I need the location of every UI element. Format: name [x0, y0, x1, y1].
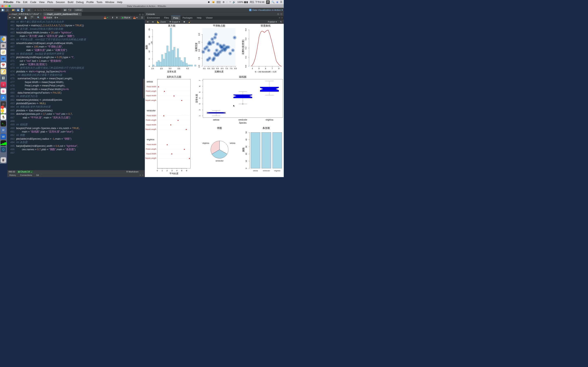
dock-calendar[interactable]: 📅28	[1, 62, 6, 68]
dock-notes[interactable]: 📝	[1, 69, 6, 75]
status-datetime[interactable]: 周五 下午6:58	[250, 1, 264, 4]
minimize-pane-icon[interactable]: ⊟	[140, 174, 141, 176]
tab-packages[interactable]: Packages	[181, 16, 195, 20]
export-button[interactable]: 👁 Export ▾	[168, 20, 181, 23]
status-volume-icon[interactable]: 🔊	[233, 1, 235, 4]
maximize-pane-icon[interactable]: ⊡	[142, 13, 144, 16]
source-tab-1[interactable]: ● chap2_R语言快速入门.Rmd* ✕	[8, 12, 43, 16]
source-tab-2[interactable]: ● chap8_covid19_dashboard.Rmd ✕	[43, 12, 82, 16]
tab-environment[interactable]: Environment	[145, 16, 162, 20]
back-button[interactable]: ⬅	[8, 16, 11, 19]
save-file-button[interactable]: 💾	[24, 16, 28, 19]
menu-window[interactable]: Window	[105, 1, 114, 4]
minimize-pane-icon[interactable]: ⊟	[279, 17, 280, 19]
status-record-icon[interactable]: ⏺	[208, 1, 210, 4]
dock-chrome[interactable]: 🔴🟡🟢	[1, 108, 6, 113]
dock-terminal[interactable]: >_	[1, 121, 6, 126]
menu-view[interactable]: View	[39, 1, 44, 4]
tab-plots[interactable]: Plots	[171, 16, 181, 20]
forward-button[interactable]: ➡	[12, 16, 16, 19]
publish-button[interactable]: 📤 ▾	[132, 16, 138, 19]
publish-plot-button[interactable]: Publish ▾	[267, 20, 278, 23]
print-button[interactable]: 🖨	[27, 8, 31, 11]
dock-quicktime[interactable]: Q	[1, 147, 6, 152]
status-bluetooth-icon[interactable]: ᛒ	[226, 1, 228, 4]
minimize-pane-icon[interactable]: ⊟	[277, 13, 279, 16]
minimize-window-button[interactable]	[5, 5, 7, 7]
status-sync-icon[interactable]: ⊚	[223, 1, 225, 4]
status-battery[interactable]: 100% ▮▮▮	[237, 1, 248, 4]
remove-plot-button[interactable]: ✖	[182, 20, 186, 23]
project-selector[interactable]: R Data Visualization in Action ▾	[249, 8, 283, 11]
menu-edit[interactable]: Edit	[23, 1, 27, 4]
go-to-next-chunk-button[interactable]: ⬇	[115, 16, 118, 19]
goto-file-input[interactable]: ➡ Go to file/function	[33, 8, 61, 11]
menu-file[interactable]: File	[16, 1, 20, 4]
dock-rstudio[interactable]: R	[1, 127, 6, 133]
addins-button[interactable]: Addins ▾	[74, 8, 83, 11]
go-to-prev-chunk-button[interactable]: ⬆	[111, 16, 114, 19]
outline-button[interactable]: ☰	[140, 16, 144, 19]
dock-photos[interactable]: 🌸	[1, 88, 6, 94]
status-spotlight-icon[interactable]: 🔍	[272, 1, 274, 4]
status-siri-icon[interactable]: ◉	[276, 1, 278, 4]
close-tab-icon[interactable]: ✕	[40, 13, 42, 15]
menu-tools[interactable]: Tools	[96, 1, 102, 4]
tab-help[interactable]: Help	[195, 16, 204, 20]
plot-prev-button[interactable]: ⬅	[146, 20, 149, 23]
maximize-pane-icon[interactable]: ⊡	[280, 13, 282, 16]
knit-button[interactable]: 🧶 Knit ▾	[43, 16, 52, 19]
dock-safari[interactable]: 🧭	[1, 49, 6, 55]
save-button[interactable]: 💾	[16, 8, 20, 11]
dock-launchpad[interactable]: ⊞	[1, 43, 6, 48]
maximize-pane-icon[interactable]: ⊡	[142, 174, 143, 176]
zoom-window-button[interactable]	[9, 5, 11, 7]
status-wifi-icon[interactable]: ⌔	[229, 1, 231, 4]
status-network[interactable]: 0KB/s0KB/s	[217, 1, 221, 4]
close-tab-icon[interactable]: ✕	[79, 13, 80, 15]
dock-trash[interactable]: 🗑	[1, 157, 6, 163]
clear-all-plots-button[interactable]: 🧹	[187, 20, 192, 23]
dock-preview[interactable]: 🖼	[1, 75, 6, 81]
minimize-pane-icon[interactable]: ⊟	[139, 13, 141, 16]
maximize-pane-icon[interactable]: ⊡	[281, 17, 283, 19]
menu-code[interactable]: Code	[30, 1, 36, 4]
dock-music[interactable]: ♫	[1, 82, 6, 87]
menu-help[interactable]: Help	[117, 1, 122, 4]
dock-word[interactable]: W	[1, 134, 6, 139]
status-cat-icon[interactable]: 🐱	[212, 1, 215, 4]
build-button[interactable]: 🔨▾	[68, 8, 71, 11]
chunk-navigator[interactable]: ⊞ Chunk 14 ⌄	[17, 170, 33, 173]
menu-session[interactable]: Session	[56, 1, 65, 4]
dock-appstore[interactable]: A	[1, 95, 6, 100]
new-project-button[interactable]: ⊕	[6, 8, 9, 11]
open-file-button[interactable]: 📂▾	[12, 8, 15, 11]
find-replace-button[interactable]: 🔍	[36, 16, 41, 19]
dock-activity[interactable]: ▂▄▆	[1, 140, 6, 146]
dock-mail[interactable]: ✉	[1, 56, 6, 61]
tab-files[interactable]: Files	[162, 16, 171, 20]
menu-build[interactable]: Build	[68, 1, 73, 4]
dock-finder[interactable]: 😊	[1, 36, 6, 42]
menu-debug[interactable]: Debug	[76, 1, 84, 4]
tab-git[interactable]: Git	[34, 173, 41, 177]
tab-history[interactable]: History	[7, 173, 18, 177]
save-all-button[interactable]: 💾💾	[21, 8, 25, 11]
code-editor[interactable]: 460## 将9个窗口重新布局,(4,7)合并,(5,6)合并461layout…	[7, 20, 145, 170]
plot-next-button[interactable]: ➡	[151, 20, 155, 23]
app-name[interactable]: RStudio	[3, 1, 13, 4]
status-notification-icon[interactable]: ☰	[280, 1, 282, 4]
knit-options-button[interactable]: ⚙ ▾	[53, 16, 59, 19]
zoom-button[interactable]: 📐 Zoom	[156, 20, 167, 23]
dock-qq[interactable]: 🐧	[1, 114, 6, 120]
tab-connections[interactable]: Connections	[18, 173, 34, 177]
menu-profile[interactable]: Profile	[86, 1, 94, 4]
status-ime[interactable]: 拼	[266, 0, 270, 4]
grid-view-button[interactable]: ▦▾	[63, 8, 67, 11]
spellcheck-button[interactable]: ABC✓	[30, 16, 34, 19]
insert-chunk-button[interactable]: 📥 ▾	[103, 16, 109, 19]
menu-plots[interactable]: Plots	[47, 1, 53, 4]
tab-viewer[interactable]: Viewer	[204, 16, 215, 20]
new-file-button[interactable]: 📄▾	[1, 8, 5, 11]
editor-scrollbar[interactable]	[143, 22, 145, 163]
